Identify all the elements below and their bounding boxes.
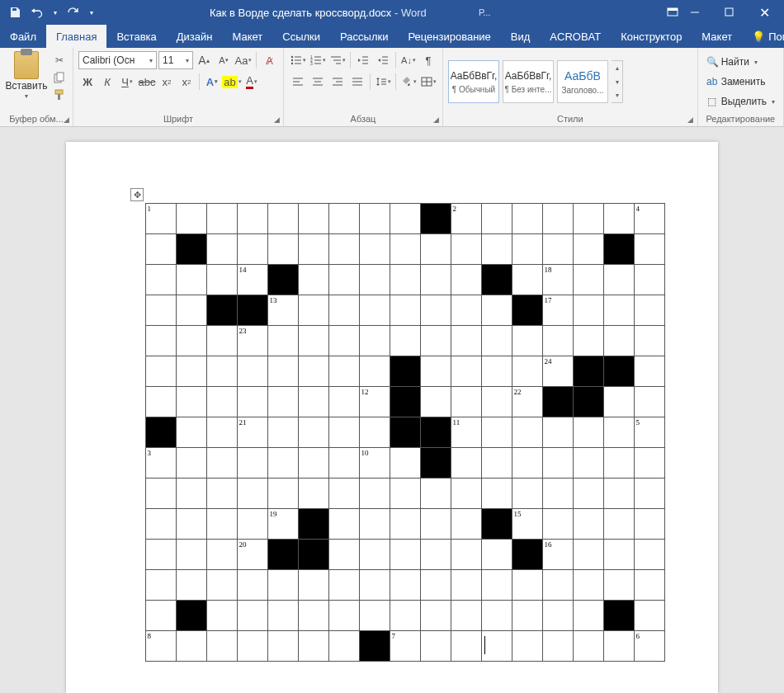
crossword-cell[interactable]: [359, 478, 390, 509]
crossword-cell[interactable]: [542, 447, 574, 478]
crossword-cell[interactable]: [176, 447, 207, 478]
crossword-cell[interactable]: [573, 569, 604, 601]
highlight-icon[interactable]: ab: [223, 73, 241, 91]
crossword-cell[interactable]: [512, 233, 543, 265]
crossword-cell[interactable]: [603, 478, 635, 509]
crossword-cell[interactable]: [603, 569, 635, 601]
crossword-cell[interactable]: [206, 264, 238, 295]
crossword-cell[interactable]: [237, 508, 268, 540]
crossword-cell[interactable]: 1: [145, 203, 177, 234]
crossword-cell[interactable]: [542, 600, 574, 631]
contextual-tab-label[interactable]: Р...: [479, 7, 490, 17]
crossword-cell[interactable]: [206, 569, 238, 601]
crossword-cell[interactable]: 10: [359, 447, 390, 478]
crossword-cell[interactable]: [420, 447, 451, 478]
crossword-cell[interactable]: [451, 478, 482, 509]
crossword-cell[interactable]: [573, 386, 604, 417]
crossword-cell[interactable]: [481, 600, 512, 631]
crossword-cell[interactable]: 8: [145, 630, 177, 662]
crossword-cell[interactable]: [451, 295, 482, 326]
crossword-cell[interactable]: [390, 386, 421, 417]
crossword-cell[interactable]: [573, 264, 604, 295]
crossword-cell[interactable]: [359, 264, 390, 295]
crossword-cell[interactable]: [573, 233, 604, 265]
crossword-cell[interactable]: [328, 539, 360, 570]
crossword-cell[interactable]: [451, 447, 482, 478]
crossword-cell[interactable]: 23: [237, 325, 268, 356]
crossword-cell[interactable]: [420, 203, 451, 234]
qat-customize-icon[interactable]: ▾: [86, 2, 97, 22]
crossword-cell[interactable]: 22: [512, 386, 543, 417]
crossword-cell[interactable]: [542, 386, 574, 417]
crossword-cell[interactable]: [359, 233, 390, 265]
crossword-cell[interactable]: 14: [237, 264, 268, 295]
italic-icon[interactable]: К: [98, 73, 116, 91]
strikethrough-icon[interactable]: abc: [138, 73, 156, 91]
decrease-indent-icon[interactable]: [354, 51, 372, 69]
shading-icon[interactable]: [399, 73, 418, 91]
crossword-cell[interactable]: [237, 233, 268, 265]
crossword-cell[interactable]: [176, 630, 207, 662]
crossword-cell[interactable]: [206, 203, 238, 234]
crossword-cell[interactable]: [176, 356, 207, 387]
close-icon[interactable]: ✕: [748, 2, 781, 22]
crossword-cell[interactable]: [390, 356, 421, 387]
crossword-cell[interactable]: [512, 569, 543, 601]
tab-table-layout[interactable]: Макет: [692, 25, 742, 48]
crossword-cell[interactable]: [390, 417, 421, 448]
crossword-cell[interactable]: 18: [542, 264, 574, 295]
crossword-cell[interactable]: [603, 417, 635, 448]
crossword-cell[interactable]: [359, 539, 390, 570]
crossword-cell[interactable]: [573, 508, 604, 540]
font-name-select[interactable]: Calibri (Осн▾: [78, 51, 157, 69]
crossword-cell[interactable]: [420, 295, 451, 326]
crossword-cell[interactable]: [634, 478, 665, 509]
crossword-cell[interactable]: [206, 417, 238, 448]
crossword-cell[interactable]: [634, 600, 665, 631]
crossword-cell[interactable]: [390, 508, 421, 540]
crossword-cell[interactable]: 3: [145, 447, 177, 478]
crossword-cell[interactable]: [390, 325, 421, 356]
crossword-cell[interactable]: [573, 539, 604, 570]
crossword-cell[interactable]: [420, 600, 451, 631]
crossword-cell[interactable]: [542, 233, 574, 265]
crossword-cell[interactable]: [542, 325, 574, 356]
crossword-cell[interactable]: [390, 539, 421, 570]
crossword-cell[interactable]: [206, 508, 238, 540]
crossword-cell[interactable]: 11: [451, 417, 482, 448]
align-right-icon[interactable]: [328, 73, 347, 91]
replace-button[interactable]: abЗаменить: [703, 73, 769, 91]
shrink-font-icon[interactable]: A▾: [215, 51, 233, 69]
crossword-cell[interactable]: [298, 447, 329, 478]
crossword-cell[interactable]: [176, 539, 207, 570]
crossword-cell[interactable]: [267, 447, 299, 478]
crossword-cell[interactable]: [145, 325, 177, 356]
crossword-cell[interactable]: [451, 600, 482, 631]
crossword-cell[interactable]: [328, 508, 360, 540]
crossword-cell[interactable]: [420, 630, 451, 662]
crossword-cell[interactable]: [176, 478, 207, 509]
crossword-cell[interactable]: [390, 447, 421, 478]
crossword-cell[interactable]: [359, 203, 390, 234]
crossword-cell[interactable]: [634, 539, 665, 570]
superscript-icon[interactable]: x2: [177, 73, 196, 91]
crossword-cell[interactable]: [420, 478, 451, 509]
crossword-cell[interactable]: [328, 569, 360, 601]
crossword-cell[interactable]: [420, 233, 451, 265]
crossword-cell[interactable]: [603, 264, 635, 295]
crossword-cell[interactable]: [573, 295, 604, 326]
crossword-cell[interactable]: [390, 295, 421, 326]
crossword-cell[interactable]: [420, 417, 451, 448]
crossword-cell[interactable]: [420, 264, 451, 295]
tab-table-design[interactable]: Конструктор: [611, 25, 692, 48]
crossword-cell[interactable]: [145, 539, 177, 570]
crossword-cell[interactable]: [267, 630, 299, 662]
crossword-cell[interactable]: [176, 386, 207, 417]
crossword-cell[interactable]: [328, 447, 360, 478]
tab-acrobat[interactable]: ACROBAT: [540, 25, 611, 48]
crossword-cell[interactable]: [206, 447, 238, 478]
table-move-handle-icon[interactable]: ✥: [130, 188, 144, 201]
subscript-icon[interactable]: x2: [158, 73, 176, 91]
crossword-cell[interactable]: [542, 630, 574, 662]
change-case-icon[interactable]: Aa: [234, 51, 253, 69]
